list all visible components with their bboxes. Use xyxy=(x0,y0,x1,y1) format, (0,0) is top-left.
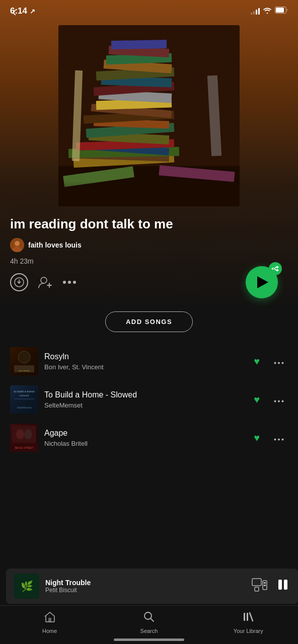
now-playing-controls xyxy=(252,578,290,595)
track-row[interactable]: BEALE STREET Agape Nicholas Britell ♥ xyxy=(0,419,298,457)
track-name: To Build a Home - Slowed xyxy=(44,390,248,399)
track-artist: SelteMemset xyxy=(44,401,248,409)
now-playing-thumbnail: 🌿 xyxy=(14,574,39,599)
svg-rect-69 xyxy=(264,585,266,586)
library-icon xyxy=(242,611,254,626)
controls-row xyxy=(0,273,298,301)
svg-rect-48 xyxy=(14,398,34,399)
svg-point-41 xyxy=(274,362,276,364)
author-name: faith loves louis xyxy=(28,241,82,249)
download-button[interactable] xyxy=(10,273,28,291)
playlist-title: im reading dont talk to me xyxy=(10,216,288,232)
svg-point-60 xyxy=(274,438,276,440)
track-name: Rosyln xyxy=(44,352,248,361)
now-playing-title: Night Trouble xyxy=(45,579,246,587)
svg-rect-70 xyxy=(278,580,282,590)
svg-text:new moon: new moon xyxy=(19,369,30,372)
battery-icon xyxy=(275,7,288,16)
svg-text:to build a home: to build a home xyxy=(14,390,35,393)
play-icon xyxy=(257,276,268,288)
album-art-container xyxy=(0,20,298,216)
svg-point-52 xyxy=(282,400,284,402)
track-like-button[interactable]: ♥ xyxy=(254,432,260,444)
track-more-button[interactable] xyxy=(270,354,288,369)
track-more-button[interactable] xyxy=(270,392,288,407)
search-icon xyxy=(143,611,155,626)
device-connect-icon[interactable] xyxy=(252,578,268,595)
svg-point-51 xyxy=(278,400,280,402)
playlist-author: faith loves louis xyxy=(10,238,288,252)
track-row[interactable]: new moon Rosyln Bon Iver, St. Vincent ♥ xyxy=(0,342,298,380)
nav-library[interactable]: Your Library xyxy=(228,611,268,634)
svg-point-57 xyxy=(24,429,32,439)
pause-button[interactable] xyxy=(276,578,290,595)
nav-home-label: Home xyxy=(42,628,57,634)
track-name: Agape xyxy=(44,429,248,438)
track-artist: Bon Iver, St. Vincent xyxy=(44,363,248,371)
track-artist: Nicholas Britell xyxy=(44,440,248,447)
svg-rect-72 xyxy=(48,618,51,622)
svg-point-61 xyxy=(278,438,280,440)
svg-point-32 xyxy=(41,277,47,283)
svg-point-62 xyxy=(282,438,284,440)
track-meta: Agape Nicholas Britell xyxy=(44,429,248,447)
track-thumbnail: BEALE STREET xyxy=(10,424,38,452)
svg-point-33 xyxy=(63,281,66,284)
svg-rect-65 xyxy=(252,579,261,586)
playlist-info: im reading dont talk to me faith loves l… xyxy=(0,216,298,265)
now-playing-meta: Night Trouble Petit Biscuit xyxy=(45,579,246,594)
svg-point-56 xyxy=(16,429,24,439)
svg-point-34 xyxy=(68,281,71,284)
track-row[interactable]: to build a home (slowed) SelteMemset To … xyxy=(0,380,298,419)
nav-library-label: Your Library xyxy=(234,628,263,634)
follow-button[interactable] xyxy=(38,276,52,289)
track-thumbnail: to build a home (slowed) SelteMemset xyxy=(10,385,38,414)
svg-point-42 xyxy=(278,362,280,364)
wifi-icon xyxy=(263,7,272,16)
track-list: new moon Rosyln Bon Iver, St. Vincent ♥ xyxy=(0,342,298,457)
svg-rect-71 xyxy=(284,580,287,590)
status-bar: 6:14 ↗ xyxy=(0,0,298,20)
svg-rect-75 xyxy=(247,613,248,621)
status-icons xyxy=(251,7,288,16)
now-playing-artist: Petit Biscuit xyxy=(45,587,246,594)
svg-point-38 xyxy=(18,351,30,363)
nav-search-label: Search xyxy=(140,628,158,634)
track-more-button[interactable] xyxy=(270,431,288,445)
album-art xyxy=(58,25,240,206)
svg-rect-1 xyxy=(276,8,284,13)
location-icon: ↗ xyxy=(30,8,35,15)
author-avatar xyxy=(10,238,24,252)
playlist-duration: 4h 23m xyxy=(10,257,288,265)
home-icon xyxy=(44,611,56,626)
svg-text:🌿: 🌿 xyxy=(21,580,33,592)
svg-point-35 xyxy=(73,281,76,284)
svg-rect-68 xyxy=(264,582,266,584)
svg-point-29 xyxy=(15,241,20,246)
svg-point-50 xyxy=(274,400,276,402)
nav-home[interactable]: Home xyxy=(30,611,70,634)
nav-search[interactable]: Search xyxy=(129,611,169,634)
svg-text:SelteMemset: SelteMemset xyxy=(17,406,32,409)
track-like-button[interactable]: ♥ xyxy=(254,394,260,406)
signal-bars xyxy=(251,8,260,15)
svg-rect-22 xyxy=(111,40,167,49)
track-like-button[interactable]: ♥ xyxy=(254,356,260,367)
svg-text:BEALE STREET: BEALE STREET xyxy=(15,446,33,449)
now-playing-bar: 🌿 Night Trouble Petit Biscuit xyxy=(6,569,298,604)
more-options-button[interactable] xyxy=(62,280,77,284)
home-indicator xyxy=(114,638,184,641)
svg-point-43 xyxy=(282,362,284,364)
track-meta: Rosyln Bon Iver, St. Vincent xyxy=(44,352,248,371)
svg-rect-74 xyxy=(244,613,245,621)
shuffle-badge xyxy=(269,262,282,275)
status-time: 6:14 ↗ xyxy=(10,6,35,16)
track-meta: To Build a Home - Slowed SelteMemset xyxy=(44,390,248,409)
track-thumbnail: new moon xyxy=(10,347,38,375)
time-display: 6:14 xyxy=(10,6,27,16)
add-songs-button[interactable]: ADD SONGS xyxy=(105,311,193,332)
svg-rect-66 xyxy=(255,587,259,591)
svg-rect-27 xyxy=(58,181,240,206)
add-songs-section: ADD SONGS xyxy=(0,311,298,342)
svg-text:(slowed): (slowed) xyxy=(20,394,29,397)
